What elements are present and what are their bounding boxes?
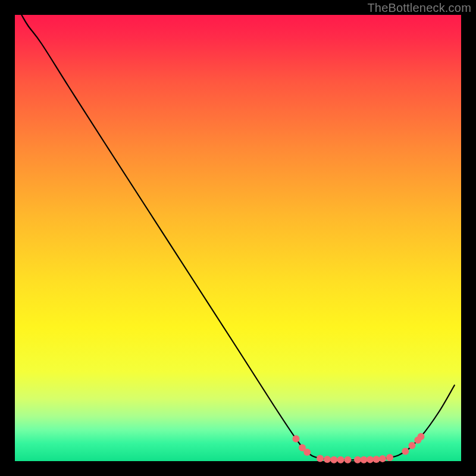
curve-marker <box>367 456 374 463</box>
curve-marker <box>386 454 393 461</box>
curve-marker <box>418 433 425 440</box>
curve-marker <box>354 456 361 464</box>
curve-marker <box>303 449 311 456</box>
curve-marker <box>402 448 409 455</box>
plot-background <box>15 15 461 461</box>
chart-stage: TheBottleneck.com <box>0 0 476 476</box>
curve-marker <box>293 436 300 443</box>
curve-marker <box>373 456 380 463</box>
curve-marker <box>317 455 324 462</box>
curve-marker <box>409 442 416 449</box>
curve-marker <box>324 456 331 463</box>
curve-marker <box>361 456 368 464</box>
curve-marker <box>330 456 337 464</box>
curve-marker <box>379 455 386 462</box>
bottleneck-chart <box>0 0 476 476</box>
curve-marker <box>337 456 345 464</box>
watermark-text: TheBottleneck.com <box>367 1 471 15</box>
curve-marker <box>345 456 352 464</box>
